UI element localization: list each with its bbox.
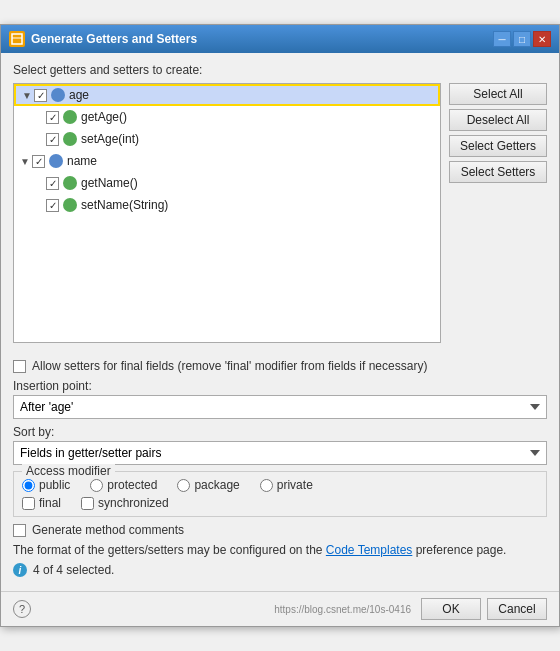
code-templates-link[interactable]: Code Templates <box>326 543 413 557</box>
main-area: ▼ age getAge() <box>13 83 547 351</box>
radio-private: private <box>260 478 313 492</box>
checkbox-age[interactable] <box>34 89 47 102</box>
allow-setters-row: Allow setters for final fields (remove '… <box>13 359 547 373</box>
title-controls: ─ □ ✕ <box>493 31 551 47</box>
selected-label: 4 of 4 selected. <box>33 563 114 577</box>
checkbox-getname[interactable] <box>46 177 59 190</box>
checkbox-getage[interactable] <box>46 111 59 124</box>
checkbox-name[interactable] <box>32 155 45 168</box>
tree-row-age[interactable]: ▼ age <box>14 84 440 106</box>
ok-button[interactable]: OK <box>421 598 481 620</box>
node-label-getname: getName() <box>81 176 138 190</box>
main-window: Generate Getters and Setters ─ □ ✕ Selec… <box>0 24 560 627</box>
allow-setters-checkbox[interactable] <box>13 360 26 373</box>
method-icon-setage <box>63 132 77 146</box>
node-label-setname: setName(String) <box>81 198 168 212</box>
synchronized-label: synchronized <box>98 496 169 510</box>
bottom-right: https://blog.csnet.me/10s-0416 OK Cancel <box>274 598 547 620</box>
synchronized-check: synchronized <box>81 496 169 510</box>
select-all-button[interactable]: Select All <box>449 83 547 105</box>
node-label-age: age <box>69 88 89 102</box>
checkbox-setname[interactable] <box>46 199 59 212</box>
info-text: The format of the getters/setters may be… <box>13 543 323 557</box>
generate-comments-checkbox[interactable] <box>13 524 26 537</box>
field-icon-age <box>51 88 65 102</box>
bottom-bar: ? https://blog.csnet.me/10s-0416 OK Canc… <box>1 591 559 626</box>
insertion-point-row: Insertion point: After 'age' After 'name… <box>13 379 547 419</box>
modifier-checks: final synchronized <box>22 496 538 510</box>
access-modifier-group: Access modifier public protected package… <box>13 471 547 517</box>
cancel-button[interactable]: Cancel <box>487 598 547 620</box>
node-label-getage: getAge() <box>81 110 127 124</box>
field-icon-name <box>49 154 63 168</box>
help-icon[interactable]: ? <box>13 600 31 618</box>
radio-package-label: package <box>194 478 239 492</box>
node-label-name: name <box>67 154 97 168</box>
section-label: Select getters and setters to create: <box>13 63 547 77</box>
info-count-row: i 4 of 4 selected. <box>13 563 547 577</box>
info-text2: preference page. <box>416 543 507 557</box>
info-text-row: The format of the getters/setters may be… <box>13 543 547 557</box>
final-check: final <box>22 496 61 510</box>
expand-icon-name[interactable]: ▼ <box>18 154 32 168</box>
checkbox-setage[interactable] <box>46 133 59 146</box>
radio-public: public <box>22 478 70 492</box>
tree-panel[interactable]: ▼ age getAge() <box>13 83 441 343</box>
maximize-button[interactable]: □ <box>513 31 531 47</box>
insertion-point-label: Insertion point: <box>13 379 547 393</box>
radio-public-label: public <box>39 478 70 492</box>
synchronized-checkbox[interactable] <box>81 497 94 510</box>
insertion-point-select[interactable]: After 'age' After 'name' First method La… <box>13 395 547 419</box>
access-modifier-title: Access modifier <box>22 464 115 478</box>
svg-rect-0 <box>12 34 22 44</box>
method-icon-setname <box>63 198 77 212</box>
radio-group: public protected package private <box>22 478 538 492</box>
window-icon <box>9 31 25 47</box>
final-checkbox[interactable] <box>22 497 35 510</box>
radio-protected-label: protected <box>107 478 157 492</box>
close-button[interactable]: ✕ <box>533 31 551 47</box>
info-icon: i <box>13 563 27 577</box>
allow-setters-label: Allow setters for final fields (remove '… <box>32 359 427 373</box>
title-bar-left: Generate Getters and Setters <box>9 31 197 47</box>
radio-protected: protected <box>90 478 157 492</box>
expand-icon-age[interactable]: ▼ <box>20 88 34 102</box>
tree-row-getage[interactable]: getAge() <box>14 106 440 128</box>
sort-by-label: Sort by: <box>13 425 547 439</box>
bottom-buttons: OK Cancel <box>421 598 547 620</box>
title-bar: Generate Getters and Setters ─ □ ✕ <box>1 25 559 53</box>
generate-comments-label: Generate method comments <box>32 523 184 537</box>
sort-by-row: Sort by: Fields in getter/setter pairs A… <box>13 425 547 465</box>
tree-row-setage[interactable]: setAge(int) <box>14 128 440 150</box>
minimize-button[interactable]: ─ <box>493 31 511 47</box>
select-setters-button[interactable]: Select Setters <box>449 161 547 183</box>
sort-by-select[interactable]: Fields in getter/setter pairs Alphabetic… <box>13 441 547 465</box>
side-buttons-panel: Select All Deselect All Select Getters S… <box>449 83 547 351</box>
window-title: Generate Getters and Setters <box>31 32 197 46</box>
radio-protected-input[interactable] <box>90 479 103 492</box>
generate-comments-row: Generate method comments <box>13 523 547 537</box>
radio-private-label: private <box>277 478 313 492</box>
method-icon-getage <box>63 110 77 124</box>
final-label: final <box>39 496 61 510</box>
deselect-all-button[interactable]: Deselect All <box>449 109 547 131</box>
tree-container: ▼ age getAge() <box>13 83 441 351</box>
dialog-content: Select getters and setters to create: ▼ … <box>1 53 559 591</box>
select-getters-button[interactable]: Select Getters <box>449 135 547 157</box>
url-label: https://blog.csnet.me/10s-0416 <box>274 604 411 615</box>
method-icon-getname <box>63 176 77 190</box>
tree-row-setname[interactable]: setName(String) <box>14 194 440 216</box>
radio-package-input[interactable] <box>177 479 190 492</box>
radio-private-input[interactable] <box>260 479 273 492</box>
radio-public-input[interactable] <box>22 479 35 492</box>
node-label-setage: setAge(int) <box>81 132 139 146</box>
tree-row-name[interactable]: ▼ name <box>14 150 440 172</box>
radio-package: package <box>177 478 239 492</box>
tree-row-getname[interactable]: getName() <box>14 172 440 194</box>
